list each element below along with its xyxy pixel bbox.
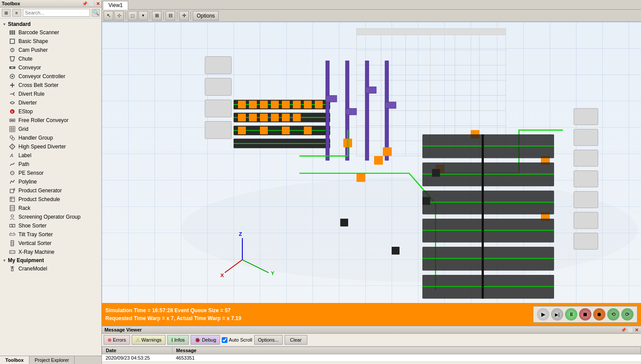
toolbox-item-label[interactable]: A Label [0,151,101,160]
toolbox-item-crane-model[interactable]: CraneModel [0,264,101,273]
toolbox-item-high-speed-diverter[interactable]: High Speed Diverter [0,142,101,151]
toolbar-sep1 [126,12,126,20]
section-header-standard[interactable]: Standard [0,20,101,28]
msg-date-cell: 2020/09/23 04:53:25 [102,354,173,362]
toolbox-view-btn1[interactable]: ⊞ [2,9,11,17]
message-viewer-float-btn[interactable]: ⬜ [628,328,633,332]
toolbox-item-free-roller-conveyor[interactable]: Free Roller Conveyor [0,116,101,125]
bottom-tabs: Toolbox Project Explorer [0,356,101,364]
toolbox-item-polyline[interactable]: Polyline [0,177,101,186]
errors-button[interactable]: ⊗ Errors [104,335,130,345]
toolbox-pin-btn[interactable]: 📌 [82,1,87,6]
toolbox-item-diverter[interactable]: Diverter [0,98,101,107]
debug-button[interactable]: 🐞 Debug [191,335,220,345]
toolbox-search-input[interactable] [23,9,90,17]
sim-play-button[interactable]: ▶ [537,308,549,321]
svg-rect-37 [10,189,14,193]
auto-scroll-checkbox-label[interactable]: Auto Scroll [222,337,252,343]
conveyor-controller-icon [9,73,16,80]
toolbox-item-product-schedule[interactable]: Product Schedule [0,195,101,204]
toolbar-snap-btn[interactable]: ⊞ [152,11,162,21]
toolbox-view-btn2[interactable]: ≡ [12,9,21,17]
divert-rule-icon [9,90,16,97]
crane-model-icon [9,265,16,272]
toolbar-rect-btn[interactable]: □ [128,11,137,21]
sim-fast-forward-button[interactable]: ⟳ [621,308,634,321]
infos-button[interactable]: ℹ Infos [167,335,189,345]
toolbox-item-label: Free Roller Conveyor [18,117,68,123]
toolbox-float-btn[interactable]: ⬜ [89,1,94,6]
msg-options-button[interactable]: Options... [254,335,283,345]
tab-view1[interactable]: View1 [103,1,128,10]
svg-rect-40 [10,197,14,202]
toolbox-item-handler-group[interactable]: Handler Group [0,133,101,142]
svg-rect-77 [357,29,506,35]
toolbox-item-label: Grid [18,126,29,132]
toolbox-item-label: Barcode Scanner [18,29,59,36]
auto-scroll-checkbox[interactable] [222,337,227,343]
sim-pause-button[interactable]: ⏸ [565,308,577,321]
col-date: Date [102,347,173,354]
toolbox-item-cam-pusher[interactable]: Cam Pusher [0,46,101,54]
svg-rect-89 [271,101,279,108]
message-viewer-close-btn[interactable]: ✕ [635,328,638,332]
toolbox-item-tilt-tray-sorter[interactable]: Tilt Tray Sorter [0,230,101,239]
sim-rewind-button[interactable]: ⟲ [607,308,619,321]
toolbox-item-label: Product Generator [18,187,62,194]
svg-rect-104 [326,61,329,160]
svg-rect-29 [10,126,15,132]
toolbar-select-btn[interactable]: ⊹ [114,11,124,21]
toolbox-item-vertical-sorter[interactable]: Vertical Sorter [0,239,101,248]
toolbox-item-shoe-sorter[interactable]: Shoe Sorter [0,221,101,230]
view-tabs: View1 [102,0,641,10]
toolbox-item-barcode-scanner[interactable]: Barcode Scanner [0,28,101,37]
tab-project-explorer[interactable]: Project Explorer [29,356,75,364]
toolbar-sep5 [191,12,191,20]
toolbar-pointer-btn[interactable]: ↖ [104,11,113,21]
toolbar-dropdown-btn[interactable]: ▼ [138,11,148,21]
toolbox-item-chute[interactable]: Chute [0,54,101,63]
msg-clear-button[interactable]: Clear [284,335,307,345]
cam-pusher-icon [9,47,16,54]
simulation-controls: ▶ ▶| ⏸ ⏹ ⏺ ⟲ ⟳ [533,306,637,323]
toolbox-item-grid[interactable]: Grid [0,125,101,133]
cross-belt-sorter-icon [9,82,16,89]
toolbar-move-btn[interactable]: ✛ [179,11,189,21]
tilt-tray-sorter-icon [9,231,16,238]
svg-rect-4 [14,30,15,35]
simulation-status-bar: Simulation Time = 16:57:28 Event Queue S… [102,303,641,326]
section-header-my-equipment[interactable]: My Equipment [0,256,101,264]
toolbox-item-pe-sensor[interactable]: PE Sensor [0,169,101,177]
toolbox-item-label: Rack [18,205,30,211]
sim-step-button[interactable]: ▶| [551,308,563,321]
warnings-button[interactable]: ⚠ Warnings [132,335,166,345]
toolbox-item-xray-machine[interactable]: X-Ray Machine [0,248,101,256]
toolbar-align-btn[interactable]: ⊟ [166,11,175,21]
toolbox-item-cross-belt-sorter[interactable]: Cross Belt Sorter [0,81,101,90]
toolbox-item-divert-rule[interactable]: Divert Rule [0,90,101,98]
toolbox-item-path[interactable]: Path [0,160,101,169]
vertical-sorter-icon [9,240,16,247]
message-viewer-title: Message Viewer [104,327,142,332]
toolbox-search-button[interactable]: 🔍 [92,9,100,17]
options-button[interactable]: Options [193,11,219,21]
toolbox-item-conveyor[interactable]: Conveyor [0,63,101,72]
tab-toolbox[interactable]: Toolbox [0,356,29,364]
toolbox-item-screening-operator-group[interactable]: Screening Operator Group [0,213,101,221]
sim-stop-button[interactable]: ⏹ [579,308,591,321]
simulation-viewport[interactable]: Z Y X [102,22,641,303]
toolbox-item-rack[interactable]: Rack [0,204,101,213]
toolbox-close-btn[interactable]: ✕ [96,1,100,6]
svg-rect-88 [260,101,268,108]
svg-rect-59 [11,268,13,271]
toolbox-item-conveyor-controller[interactable]: Conveyor Controller [0,72,101,81]
toolbox-item-estop[interactable]: E EStop [0,107,101,116]
toolbox-item-basic-shape[interactable]: Basic Shape [0,37,101,46]
svg-point-31 [12,137,14,140]
toolbox-item-product-generator[interactable]: Product Generator [0,186,101,195]
sim-record-button[interactable]: ⏺ [593,308,605,321]
toolbox-item-label: CraneModel [18,266,47,272]
toolbox-item-label: Conveyor Controller [18,73,65,79]
message-viewer-pin-btn[interactable]: 📌 [621,328,626,332]
grid-icon [9,126,16,133]
